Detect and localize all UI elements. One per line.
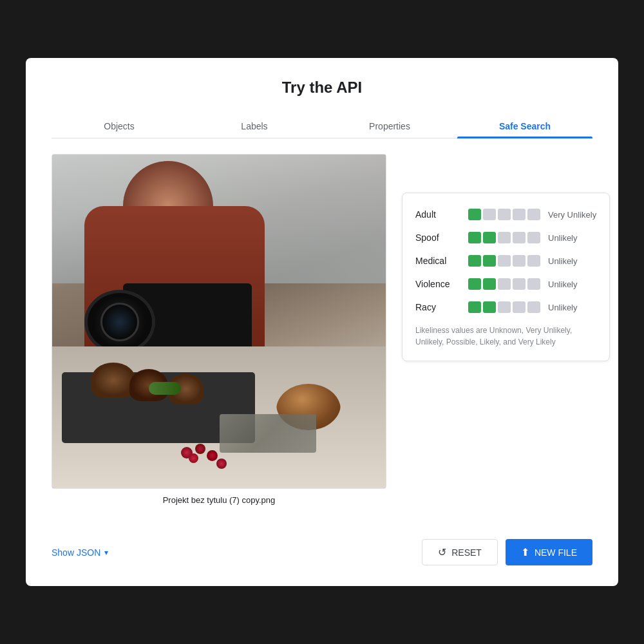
- bar-gray: [498, 255, 511, 267]
- result-row: AdultVery Unlikely: [415, 209, 596, 220]
- bar-green: [483, 278, 496, 290]
- result-value: Unlikely: [548, 256, 578, 266]
- result-value: Very Unlikely: [548, 210, 596, 220]
- tab-objects[interactable]: Objects: [52, 115, 187, 138]
- action-buttons: ↺ RESET ⬆ NEW FILE: [422, 539, 592, 565]
- page-title: Try the API: [52, 79, 592, 97]
- berry5: [216, 459, 227, 469]
- result-value: Unlikely: [548, 303, 578, 312]
- bar-gray: [498, 301, 511, 313]
- new-file-label: NEW FILE: [535, 547, 577, 558]
- bar-gray: [513, 278, 526, 290]
- bar-gray: [513, 209, 526, 220]
- bar-green: [483, 255, 496, 267]
- image-section: Projekt bez tytulu (7) copy.png: [52, 154, 386, 518]
- result-row: SpoofUnlikely: [415, 232, 596, 243]
- content-area: Projekt bez tytulu (7) copy.png AdultVer…: [52, 138, 592, 518]
- bar-gray: [483, 209, 496, 220]
- reset-icon: ↺: [438, 546, 446, 558]
- bar-green: [483, 301, 496, 313]
- bar-green: [483, 232, 496, 243]
- napkin: [220, 414, 316, 453]
- show-json-button[interactable]: Show JSON ▾: [52, 547, 108, 558]
- result-label: Spoof: [415, 232, 460, 243]
- new-file-button[interactable]: ⬆ NEW FILE: [506, 539, 592, 565]
- chevron-down-icon: ▾: [104, 548, 108, 557]
- tab-properties[interactable]: Properties: [322, 115, 457, 138]
- bar-green: [468, 209, 481, 220]
- berry2: [195, 444, 205, 454]
- lens-inner: [100, 303, 139, 341]
- bar-green: [468, 278, 481, 290]
- tabs-bar: Objects Labels Properties Safe Search: [52, 115, 592, 138]
- image-caption: Projekt bez tytulu (7) copy.png: [163, 495, 276, 505]
- upload-icon: ⬆: [521, 546, 529, 558]
- bar-green: [468, 232, 481, 243]
- bar-gray: [498, 209, 511, 220]
- tab-safe-search[interactable]: Safe Search: [457, 115, 592, 138]
- result-label: Adult: [415, 209, 460, 220]
- results-panel: AdultVery UnlikelySpoofUnlikelyMedicalUn…: [402, 154, 610, 518]
- show-json-label: Show JSON: [52, 547, 100, 558]
- result-label: Violence: [415, 279, 460, 289]
- bar-gray: [513, 255, 526, 267]
- bottom-bar: Show JSON ▾ ↺ RESET ⬆ NEW FILE: [52, 534, 592, 565]
- bar-container: [468, 255, 540, 267]
- camera-lens: [84, 290, 155, 354]
- bar-container: [468, 301, 540, 313]
- result-label: Racy: [415, 302, 460, 312]
- bar-gray: [527, 232, 540, 243]
- tab-labels[interactable]: Labels: [187, 115, 322, 138]
- result-value: Unlikely: [548, 233, 578, 243]
- main-card: Try the API Objects Labels Properties Sa…: [26, 58, 618, 586]
- bar-container: [468, 209, 540, 220]
- bar-gray: [498, 278, 511, 290]
- result-row: ViolenceUnlikely: [415, 278, 596, 290]
- safe-search-card: AdultVery UnlikelySpoofUnlikelyMedicalUn…: [402, 193, 610, 361]
- bar-gray: [498, 232, 511, 243]
- result-row: MedicalUnlikely: [415, 255, 596, 267]
- result-label: Medical: [415, 256, 460, 266]
- berry4: [207, 450, 218, 461]
- herb: [149, 382, 181, 395]
- bar-container: [468, 278, 540, 290]
- bar-gray: [527, 255, 540, 267]
- result-value: Unlikely: [548, 279, 578, 289]
- bar-green: [468, 301, 481, 313]
- bar-gray: [513, 232, 526, 243]
- bar-container: [468, 232, 540, 243]
- bar-gray: [527, 209, 540, 220]
- footnote: Likeliness values are Unknown, Very Unli…: [415, 325, 596, 348]
- result-row: RacyUnlikely: [415, 301, 596, 313]
- reset-button[interactable]: ↺ RESET: [422, 539, 498, 565]
- bar-gray: [527, 301, 540, 313]
- bar-green: [468, 255, 481, 267]
- bar-gray: [527, 278, 540, 290]
- image-wrapper: [52, 154, 386, 489]
- bar-gray: [513, 301, 526, 313]
- berry3: [189, 453, 198, 463]
- result-rows: AdultVery UnlikelySpoofUnlikelyMedicalUn…: [415, 209, 596, 313]
- reset-label: RESET: [451, 547, 482, 558]
